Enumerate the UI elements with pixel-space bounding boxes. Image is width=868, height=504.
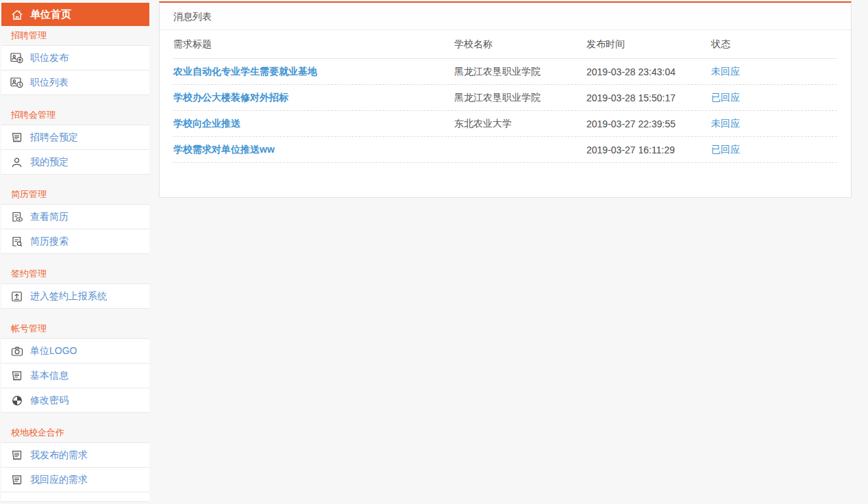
message-list-panel: 消息列表 需求标题学校名称发布时间状态 农业自动化专业学生需要就业基地黑龙江农垦…	[159, 1, 852, 198]
sidebar-item[interactable]: 职位列表	[1, 71, 149, 95]
row-status-link[interactable]: 未回应	[711, 118, 740, 129]
sidebar-section-title: 简历管理	[1, 185, 149, 204]
sidebar-section-title: 招聘会管理	[1, 105, 149, 125]
home-icon	[11, 9, 23, 21]
column-header-time: 发布时间	[586, 38, 711, 51]
sidebar-section: 帐号管理单位LOGO基本信息修改密码	[1, 319, 149, 413]
row-status-link[interactable]: 未回应	[711, 66, 740, 77]
sidebar-item[interactable]: 修改密码	[1, 388, 149, 413]
sidebar-section-title: 招聘管理	[1, 26, 149, 45]
table-row: 学校向企业推送东北农业大学2019-03-27 22:39:55未回应	[173, 111, 837, 137]
row-title-link[interactable]: 学校办公大楼装修对外招标	[173, 92, 288, 103]
receipt-icon	[10, 475, 23, 486]
row-title-link[interactable]: 农业自动化专业学生需要就业基地	[173, 66, 317, 77]
row-publish-time: 2019-03-28 23:43:04	[586, 66, 711, 77]
table-header-row: 需求标题学校名称发布时间状态	[173, 30, 837, 59]
sidebar-item-list: 职位发布职位列表	[1, 45, 149, 95]
row-school-name: 黑龙江农垦职业学院	[454, 92, 586, 104]
panel-title: 消息列表	[160, 3, 851, 30]
sidebar-item[interactable]: 招聘会预定	[1, 125, 149, 150]
sidebar-item-list: 查看简历简历搜索	[1, 204, 149, 254]
sidebar-section: 简历管理查看简历简历搜索	[1, 185, 149, 254]
table-row: 学校办公大楼装修对外招标黑龙江农垦职业学院2019-03-28 15:50:17…	[173, 85, 837, 111]
row-status-link[interactable]: 已回应	[711, 92, 740, 103]
sidebar-item-list: 单位LOGO基本信息修改密码	[1, 338, 149, 413]
row-school-name: 黑龙江农垦职业学院	[454, 66, 586, 78]
document-search-icon	[10, 236, 23, 247]
sidebar-item-label: 我发布的需求	[30, 449, 88, 462]
row-publish-time: 2019-03-27 16:11:29	[586, 144, 711, 155]
sidebar-item[interactable]: 进入签约上报系统	[1, 284, 149, 309]
sidebar-item[interactable]: 基本信息	[1, 364, 149, 388]
sidebar-item-list: 我发布的需求我回应的需求	[1, 442, 149, 492]
sidebar-item[interactable]: 我的预定	[1, 150, 149, 175]
sidebar-item-label: 招聘会预定	[30, 131, 78, 144]
sidebar-item[interactable]: 简历搜索	[1, 229, 149, 254]
document-eye-icon	[10, 212, 23, 223]
id-card-list-icon	[10, 77, 23, 88]
sidebar-sections: 招聘管理职位发布职位列表招聘会管理招聘会预定我的预定简历管理查看简历简历搜索签约…	[1, 26, 149, 492]
contrast-icon	[10, 395, 23, 406]
sidebar-item-list: 进入签约上报系统	[1, 284, 149, 309]
id-card-publish-icon	[10, 52, 23, 64]
sidebar-item-label: 查看简历	[30, 211, 69, 223]
sidebar-home-label: 单位首页	[30, 8, 71, 21]
sidebar-section-title: 校地校企合作	[1, 423, 149, 442]
row-title-link[interactable]: 学校需求对单位推送ww	[173, 144, 275, 155]
message-table: 需求标题学校名称发布时间状态 农业自动化专业学生需要就业基地黑龙江农垦职业学院2…	[160, 30, 851, 163]
camera-icon	[10, 346, 23, 357]
row-publish-time: 2019-03-28 15:50:17	[586, 92, 711, 103]
column-header-status: 状态	[711, 38, 837, 51]
sidebar-home-button[interactable]: 单位首页	[1, 3, 149, 26]
sidebar: 单位首页 招聘管理职位发布职位列表招聘会管理招聘会预定我的预定简历管理查看简历简…	[1, 3, 149, 502]
sidebar-item-label: 修改密码	[30, 394, 69, 407]
sidebar-item-label: 单位LOGO	[30, 345, 77, 357]
table-row: 农业自动化专业学生需要就业基地黑龙江农垦职业学院2019-03-28 23:43…	[173, 59, 837, 85]
sidebar-item-label: 职位发布	[30, 52, 69, 64]
sidebar-section: 校地校企合作我发布的需求我回应的需求	[1, 423, 149, 492]
sidebar-item[interactable]: 我发布的需求	[1, 443, 149, 468]
sidebar-item[interactable]: 查看简历	[1, 205, 149, 229]
sidebar-item[interactable]: 职位发布	[1, 46, 149, 71]
receipt-icon	[10, 132, 23, 143]
sidebar-item[interactable]: 我回应的需求	[1, 468, 149, 492]
row-title-link[interactable]: 学校向企业推送	[173, 118, 240, 129]
person-icon	[10, 157, 23, 168]
sidebar-section-title: 签约管理	[1, 264, 149, 284]
sidebar-item-label: 我的预定	[30, 156, 69, 168]
row-school-name: 东北农业大学	[454, 118, 586, 130]
page: 单位首页 招聘管理职位发布职位列表招聘会管理招聘会预定我的预定简历管理查看简历简…	[0, 0, 868, 504]
sidebar-item-label: 简历搜索	[30, 236, 69, 248]
sidebar-item[interactable]: 单位LOGO	[1, 339, 149, 364]
sidebar-section: 招聘会管理招聘会预定我的预定	[1, 105, 149, 175]
column-header-title: 需求标题	[173, 38, 454, 51]
column-header-school: 学校名称	[454, 38, 586, 51]
receipt-icon	[10, 450, 23, 461]
table-body: 农业自动化专业学生需要就业基地黑龙江农垦职业学院2019-03-28 23:43…	[173, 59, 837, 163]
upload-icon	[10, 291, 23, 302]
sidebar-item-label: 我回应的需求	[30, 474, 88, 486]
sidebar-item-label: 进入签约上报系统	[30, 290, 107, 303]
row-status-link[interactable]: 已回应	[711, 144, 740, 155]
receipt-icon	[10, 370, 23, 381]
row-publish-time: 2019-03-27 22:39:55	[586, 118, 711, 129]
table-row: 学校需求对单位推送ww2019-03-27 16:11:29已回应	[173, 137, 837, 163]
sidebar-section: 签约管理进入签约上报系统	[1, 264, 149, 309]
main-content: 消息列表 需求标题学校名称发布时间状态 农业自动化专业学生需要就业基地黑龙江农垦…	[159, 1, 852, 198]
sidebar-section: 招聘管理职位发布职位列表	[1, 26, 149, 95]
sidebar-item-label: 职位列表	[30, 77, 69, 89]
sidebar-item-label: 基本信息	[30, 370, 69, 382]
sidebar-tail	[1, 492, 149, 502]
sidebar-item-list: 招聘会预定我的预定	[1, 125, 149, 175]
sidebar-section-title: 帐号管理	[1, 319, 149, 338]
